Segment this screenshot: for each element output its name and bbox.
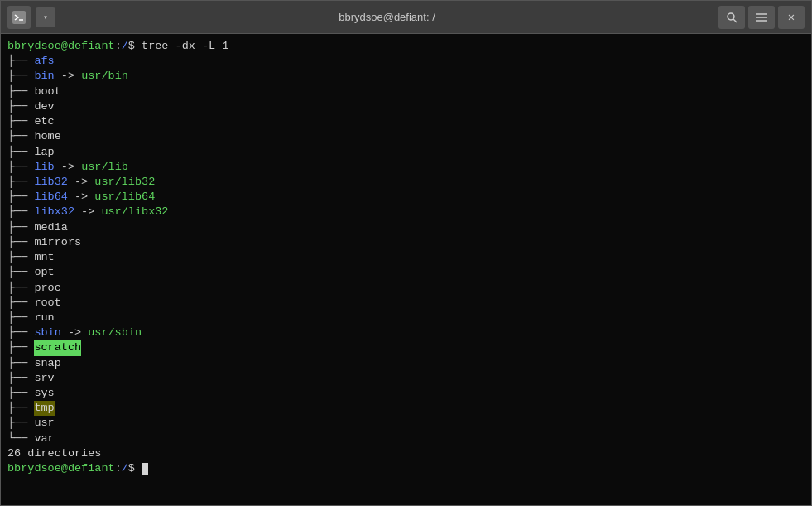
tree-line-etc: ├── etc bbox=[7, 114, 805, 129]
tree-line-tmp: ├── tmp bbox=[7, 401, 805, 416]
window-title: bbrydsoe@defiant: / bbox=[55, 11, 718, 23]
tree-line-media: ├── media bbox=[7, 220, 805, 235]
tree-line-srv: ├── srv bbox=[7, 371, 805, 386]
prompt2-path: / bbox=[122, 461, 128, 476]
tree-line-boot: ├── boot bbox=[7, 84, 805, 99]
scratch-highlight: scratch bbox=[34, 340, 81, 355]
tree-line-root: ├── root bbox=[7, 296, 805, 311]
tree-line-sys: ├── sys bbox=[7, 386, 805, 401]
terminal-window: ▾ bbrydsoe@defiant: / ✕ bbrydsoe@ bbox=[0, 0, 812, 506]
tree-line-mnt: ├── mnt bbox=[7, 250, 805, 265]
command-text: tree -dx -L 1 bbox=[135, 39, 228, 54]
tree-line-opt: ├── opt bbox=[7, 265, 805, 280]
tree-line-bin: ├── bin -> usr/bin bbox=[7, 69, 805, 84]
titlebar-left: ▾ bbox=[7, 6, 55, 29]
menu-button[interactable] bbox=[748, 6, 775, 29]
directory-count: 26 directories bbox=[7, 446, 101, 461]
tree-line-lap: ├── lap bbox=[7, 145, 805, 160]
tree-line-run: ├── run bbox=[7, 311, 805, 325]
tree-line-libx32: ├── libx32 -> usr/libx32 bbox=[7, 205, 805, 219]
tree-line-dev: ├── dev bbox=[7, 99, 805, 114]
close-button[interactable]: ✕ bbox=[778, 6, 805, 29]
prompt2-user: bbrydsoe bbox=[7, 461, 61, 476]
terminal-icon[interactable] bbox=[7, 6, 31, 29]
tree-line-afs: ├── afs bbox=[7, 54, 805, 69]
tree-line-proc: ├── proc bbox=[7, 281, 805, 296]
tree-line-mirrors: ├── mirrors bbox=[7, 235, 805, 250]
prompt2-host: defiant bbox=[68, 461, 115, 476]
summary-line: 26 directories bbox=[7, 446, 805, 461]
terminal-output[interactable]: bbrydsoe@defiant:/$ tree -dx -L 1 ├── af… bbox=[1, 34, 811, 505]
tree-line-scratch: ├── scratch bbox=[7, 340, 805, 355]
tree-line-lib64: ├── lib64 -> usr/lib64 bbox=[7, 190, 805, 205]
prompt-host: defiant bbox=[68, 39, 115, 54]
tree-line-var: └── var bbox=[7, 431, 805, 446]
tree-line-usr: ├── usr bbox=[7, 416, 805, 431]
dropdown-button[interactable]: ▾ bbox=[36, 7, 55, 27]
tree-line-lib32: ├── lib32 -> usr/lib32 bbox=[7, 175, 805, 190]
search-button[interactable] bbox=[718, 6, 745, 29]
command-line: bbrydsoe@defiant:/$ tree -dx -L 1 bbox=[7, 39, 805, 54]
prompt-path: / bbox=[122, 39, 128, 54]
tree-line-sbin: ├── sbin -> usr/sbin bbox=[7, 325, 805, 340]
svg-line-3 bbox=[733, 19, 737, 22]
terminal-cursor bbox=[142, 463, 148, 475]
prompt-line-2: bbrydsoe@defiant:/$ bbox=[7, 461, 805, 476]
tmp-highlight: tmp bbox=[34, 401, 54, 416]
titlebar-buttons: ✕ bbox=[718, 6, 805, 29]
tree-line-home: ├── home bbox=[7, 129, 805, 144]
titlebar: ▾ bbrydsoe@defiant: / ✕ bbox=[1, 1, 811, 34]
tree-line-snap: ├── snap bbox=[7, 356, 805, 371]
tree-line-lib: ├── lib -> usr/lib bbox=[7, 160, 805, 175]
svg-point-2 bbox=[728, 13, 734, 20]
prompt-user: bbrydsoe bbox=[7, 39, 61, 54]
